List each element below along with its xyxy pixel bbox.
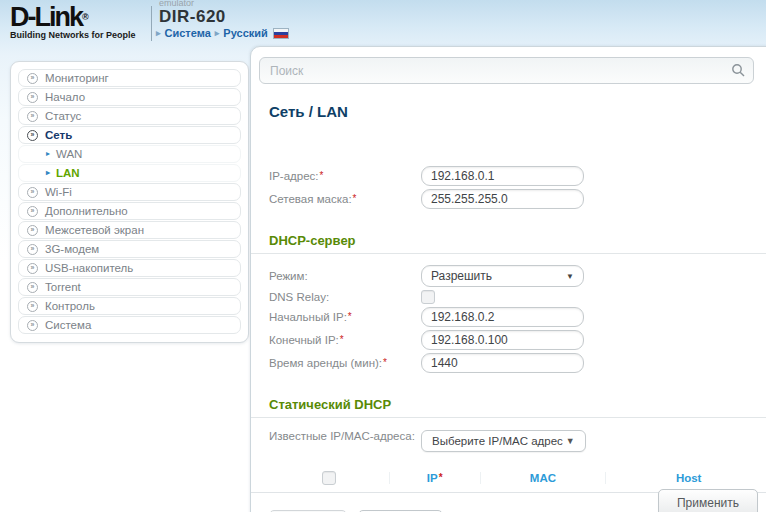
dlink-logo: D-Link® Building Networks for People: [10, 5, 148, 40]
breadcrumb-arrow-icon: ▸: [215, 28, 220, 38]
sidebar-item-3g-modem[interactable]: »3G-модем: [18, 240, 241, 258]
breadcrumb-arrow-icon: ▸: [156, 28, 161, 38]
start-ip-field[interactable]: [421, 307, 584, 327]
main-panel: Сеть / LAN IP-адрес:* Сетевая маска:* DH…: [250, 46, 766, 512]
breadcrumb-language-link[interactable]: Русский: [223, 27, 267, 39]
chevron-circle-icon: »: [27, 111, 38, 122]
lease-time-field[interactable]: [421, 353, 584, 373]
chevron-down-icon: ▼: [566, 436, 575, 446]
submenu-arrow-icon: ▸: [46, 165, 50, 181]
known-addresses-label: Известные IP/MAC-адреса:: [269, 430, 421, 442]
sidebar-item-sistema[interactable]: »Система: [18, 316, 241, 334]
table-header-host: Host: [605, 472, 766, 484]
ip-address-label: IP-адрес:*: [269, 170, 421, 182]
required-mark: *: [348, 311, 352, 322]
submenu-arrow-icon: ▸: [46, 146, 50, 162]
dhcp-mode-label: Режим:: [269, 270, 421, 282]
search-icon: [730, 62, 746, 78]
device-model: DIR-620: [159, 7, 226, 27]
table-header-ip: IP*: [389, 472, 480, 484]
sidebar-item-lan[interactable]: ▸LAN: [18, 164, 241, 182]
sidebar-item-dopolnitelno[interactable]: »Дополнительно: [18, 202, 241, 220]
apply-button[interactable]: Применить: [658, 489, 758, 512]
page-title: Сеть / LAN: [269, 103, 766, 120]
required-mark: *: [340, 334, 344, 345]
table-header-mac: MAC: [480, 472, 606, 484]
chevron-circle-icon: »: [27, 244, 38, 255]
dhcp-server-section-title: DHCP-сервер: [269, 233, 766, 248]
sidebar-item-torrent[interactable]: »Torrent: [18, 278, 241, 296]
select-all-checkbox[interactable]: [322, 471, 336, 485]
sidebar-menu: »Мониторинг »Начало »Статус »Сеть ▸WAN ▸…: [10, 61, 249, 343]
sidebar-item-wan[interactable]: ▸WAN: [18, 145, 241, 163]
registered-mark: ®: [82, 12, 87, 22]
logo-tagline: Building Networks for People: [10, 30, 148, 40]
dlink-logo-text: D-Link®: [10, 5, 148, 29]
dns-relay-checkbox[interactable]: [421, 290, 435, 304]
sidebar-item-set[interactable]: »Сеть: [18, 126, 241, 144]
required-mark: *: [353, 193, 357, 204]
sidebar-item-kontrol[interactable]: »Контроль: [18, 297, 241, 315]
section-divider: [251, 253, 766, 254]
search-input[interactable]: [259, 57, 754, 84]
table-header-checkbox-cell: [269, 471, 389, 485]
required-mark: *: [383, 357, 387, 368]
sidebar-item-status[interactable]: »Статус: [18, 107, 241, 125]
lease-time-label: Время аренды (мин):*: [269, 357, 421, 369]
russian-flag-icon[interactable]: [273, 28, 289, 39]
section-divider: [251, 417, 766, 418]
chevron-circle-icon: »: [27, 130, 38, 141]
chevron-circle-icon: »: [27, 206, 38, 217]
end-ip-label: Конечный IP:*: [269, 334, 421, 346]
chevron-circle-icon: »: [27, 301, 38, 312]
sidebar-item-wifi[interactable]: »Wi-Fi: [18, 183, 241, 201]
router-admin-page: D-Link® Building Networks for People emu…: [0, 0, 766, 512]
sidebar-item-monitoring[interactable]: »Мониторинг: [18, 69, 241, 87]
sidebar-item-firewall[interactable]: »Межсетевой экран: [18, 221, 241, 239]
chevron-circle-icon: »: [27, 73, 38, 84]
required-mark: *: [320, 170, 324, 181]
ip-address-field[interactable]: [421, 166, 584, 186]
netmask-field[interactable]: [421, 189, 584, 209]
sidebar-item-usb[interactable]: »USB-накопитель: [18, 259, 241, 277]
dns-relay-label: DNS Relay:: [269, 291, 421, 303]
static-dhcp-section-title: Статический DHCP: [269, 397, 766, 412]
chevron-down-icon: ▼: [566, 272, 574, 281]
end-ip-field[interactable]: [421, 330, 584, 350]
chevron-circle-icon: »: [27, 187, 38, 198]
sidebar-item-nachalo[interactable]: »Начало: [18, 88, 241, 106]
chevron-circle-icon: »: [27, 282, 38, 293]
netmask-label: Сетевая маска:*: [269, 193, 421, 205]
chevron-circle-icon: »: [27, 263, 38, 274]
known-addresses-dropdown[interactable]: Выберите IP/MAC адрес ▼: [421, 430, 586, 452]
breadcrumb-system-link[interactable]: Система: [165, 27, 211, 39]
chevron-circle-icon: »: [27, 92, 38, 103]
breadcrumb: ▸ Система ▸ Русский: [152, 27, 289, 39]
chevron-circle-icon: »: [27, 225, 38, 236]
dhcp-mode-select[interactable]: Разрешить ▼: [421, 265, 584, 287]
start-ip-label: Начальный IP:*: [269, 311, 421, 323]
required-mark: *: [439, 472, 443, 483]
chevron-circle-icon: »: [27, 320, 38, 331]
